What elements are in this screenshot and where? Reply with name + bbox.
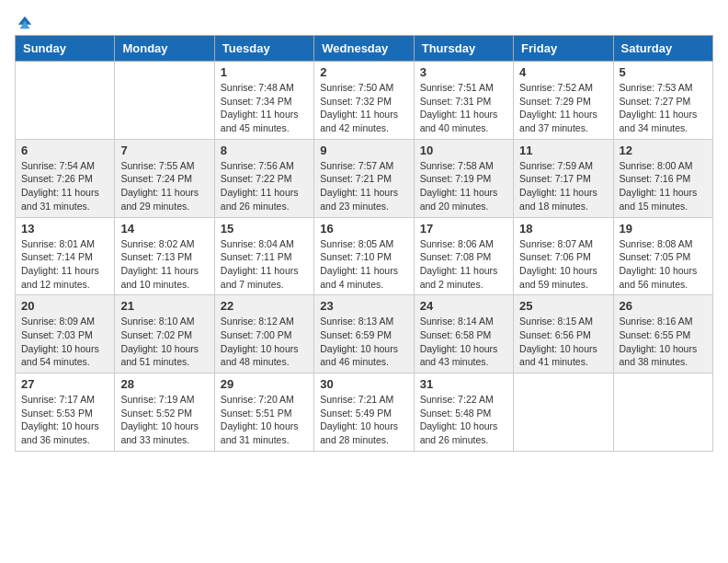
day-info: Sunrise: 7:51 AM [420, 81, 507, 95]
day-info: Sunrise: 8:16 AM [620, 315, 707, 328]
day-info: Sunrise: 8:04 AM [221, 237, 308, 251]
day-info: Sunset: 7:24 PM [120, 172, 208, 186]
day-info: Daylight: 10 hours and 36 minutes. [21, 419, 108, 446]
day-info: Sunrise: 8:05 AM [320, 237, 407, 251]
day-info: Sunset: 5:48 PM [420, 407, 507, 420]
day-info: Daylight: 11 hours and 26 minutes. [221, 186, 308, 213]
day-info: Daylight: 10 hours and 26 minutes. [420, 419, 507, 446]
day-info: Sunrise: 8:01 AM [21, 237, 108, 251]
calendar-cell: 12Sunrise: 8:00 AMSunset: 7:16 PMDayligh… [613, 139, 712, 217]
day-number: 16 [320, 222, 407, 236]
calendar-cell: 19Sunrise: 8:08 AMSunset: 7:05 PMDayligh… [613, 217, 712, 295]
day-info: Daylight: 10 hours and 51 minutes. [120, 342, 208, 369]
day-info: Daylight: 10 hours and 59 minutes. [519, 264, 607, 291]
day-info: Sunset: 7:27 PM [620, 95, 707, 109]
day-info: Daylight: 10 hours and 41 minutes. [519, 342, 607, 369]
day-info: Sunset: 7:02 PM [120, 328, 208, 342]
day-number: 3 [420, 65, 507, 79]
day-number: 8 [221, 144, 308, 157]
calendar-cell: 5Sunrise: 7:53 AMSunset: 7:27 PMDaylight… [613, 62, 712, 140]
logo-icon [17, 15, 33, 31]
calendar-cell: 29Sunrise: 7:20 AMSunset: 5:51 PMDayligh… [214, 373, 313, 452]
day-info: Sunrise: 7:59 AM [519, 159, 607, 173]
calendar-cell: 26Sunrise: 8:16 AMSunset: 6:55 PMDayligh… [613, 295, 712, 373]
calendar-cell: 27Sunrise: 7:17 AMSunset: 5:53 PMDayligh… [16, 373, 115, 452]
day-info: Daylight: 11 hours and 15 minutes. [620, 186, 707, 213]
day-info: Sunset: 7:34 PM [221, 95, 308, 109]
day-info: Daylight: 11 hours and 4 minutes. [320, 264, 407, 291]
day-info: Daylight: 10 hours and 54 minutes. [21, 342, 108, 369]
day-number: 18 [519, 222, 607, 236]
day-info: Daylight: 11 hours and 10 minutes. [120, 264, 208, 291]
day-number: 31 [420, 377, 507, 391]
calendar-cell: 15Sunrise: 8:04 AMSunset: 7:11 PMDayligh… [214, 217, 313, 295]
calendar-cell: 20Sunrise: 8:09 AMSunset: 7:03 PMDayligh… [16, 295, 115, 373]
calendar-cell: 25Sunrise: 8:15 AMSunset: 6:56 PMDayligh… [514, 295, 613, 373]
day-info: Sunrise: 7:56 AM [221, 159, 308, 173]
calendar-cell: 24Sunrise: 8:14 AMSunset: 6:58 PMDayligh… [414, 295, 513, 373]
day-info: Sunset: 7:05 PM [620, 250, 707, 264]
day-number: 19 [620, 222, 707, 236]
day-info: Daylight: 11 hours and 20 minutes. [420, 186, 507, 213]
day-number: 22 [221, 299, 308, 313]
day-info: Sunset: 7:32 PM [320, 95, 407, 109]
calendar-cell [514, 373, 613, 452]
logo [15, 15, 33, 28]
day-info: Sunset: 7:00 PM [221, 328, 308, 342]
day-info: Daylight: 11 hours and 31 minutes. [21, 186, 108, 213]
day-info: Daylight: 10 hours and 31 minutes. [221, 419, 308, 446]
day-info: Sunset: 7:10 PM [320, 250, 407, 264]
day-info: Sunset: 6:58 PM [420, 328, 507, 342]
day-info: Sunrise: 8:15 AM [519, 315, 607, 328]
day-info: Daylight: 11 hours and 37 minutes. [519, 108, 607, 134]
day-info: Sunrise: 7:54 AM [21, 159, 108, 173]
day-info: Daylight: 10 hours and 28 minutes. [320, 419, 407, 446]
day-info: Daylight: 11 hours and 18 minutes. [519, 186, 607, 213]
day-info: Sunrise: 8:08 AM [620, 237, 707, 251]
day-number: 1 [221, 65, 308, 79]
calendar-cell [613, 373, 712, 452]
day-info: Sunset: 5:51 PM [221, 407, 308, 420]
day-info: Sunset: 7:11 PM [221, 250, 308, 264]
day-header-thursday: Thursday [414, 36, 513, 62]
calendar-cell: 31Sunrise: 7:22 AMSunset: 5:48 PMDayligh… [414, 373, 513, 452]
day-header-sunday: Sunday [16, 36, 115, 62]
day-info: Sunrise: 8:12 AM [221, 315, 308, 328]
day-info: Sunrise: 8:06 AM [420, 237, 507, 251]
calendar-cell: 10Sunrise: 7:58 AMSunset: 7:19 PMDayligh… [414, 139, 513, 217]
calendar-cell [115, 62, 214, 140]
day-header-friday: Friday [514, 36, 613, 62]
page-header [15, 15, 713, 28]
calendar-cell: 1Sunrise: 7:48 AMSunset: 7:34 PMDaylight… [214, 62, 313, 140]
calendar-cell: 30Sunrise: 7:21 AMSunset: 5:49 PMDayligh… [314, 373, 414, 452]
day-info: Sunset: 7:31 PM [420, 95, 507, 109]
day-number: 21 [120, 299, 208, 313]
calendar-cell: 28Sunrise: 7:19 AMSunset: 5:52 PMDayligh… [115, 373, 214, 452]
day-info: Sunrise: 8:10 AM [120, 315, 208, 328]
calendar-cell: 16Sunrise: 8:05 AMSunset: 7:10 PMDayligh… [314, 217, 414, 295]
day-info: Sunrise: 7:22 AM [420, 393, 507, 407]
day-info: Sunrise: 7:57 AM [320, 159, 407, 173]
day-number: 26 [620, 299, 707, 313]
day-info: Sunrise: 7:21 AM [320, 393, 407, 407]
day-info: Sunset: 6:56 PM [519, 328, 607, 342]
day-info: Sunset: 6:55 PM [620, 328, 707, 342]
day-info: Daylight: 10 hours and 46 minutes. [320, 342, 407, 369]
calendar-week-row: 27Sunrise: 7:17 AMSunset: 5:53 PMDayligh… [16, 373, 713, 452]
calendar-table: SundayMondayTuesdayWednesdayThursdayFrid… [15, 35, 713, 452]
day-number: 5 [620, 65, 707, 79]
day-info: Sunrise: 8:07 AM [519, 237, 607, 251]
day-info: Sunset: 5:53 PM [21, 407, 108, 420]
calendar-cell: 3Sunrise: 7:51 AMSunset: 7:31 PMDaylight… [414, 62, 513, 140]
day-number: 6 [21, 144, 108, 157]
day-info: Sunrise: 7:58 AM [420, 159, 507, 173]
calendar-cell: 7Sunrise: 7:55 AMSunset: 7:24 PMDaylight… [115, 139, 214, 217]
calendar-cell: 18Sunrise: 8:07 AMSunset: 7:06 PMDayligh… [514, 217, 613, 295]
calendar-cell: 11Sunrise: 7:59 AMSunset: 7:17 PMDayligh… [514, 139, 613, 217]
day-info: Sunrise: 7:50 AM [320, 81, 407, 95]
day-info: Sunrise: 8:13 AM [320, 315, 407, 328]
day-header-tuesday: Tuesday [214, 36, 313, 62]
calendar-cell: 23Sunrise: 8:13 AMSunset: 6:59 PMDayligh… [314, 295, 414, 373]
calendar-cell: 9Sunrise: 7:57 AMSunset: 7:21 PMDaylight… [314, 139, 414, 217]
day-number: 15 [221, 222, 308, 236]
